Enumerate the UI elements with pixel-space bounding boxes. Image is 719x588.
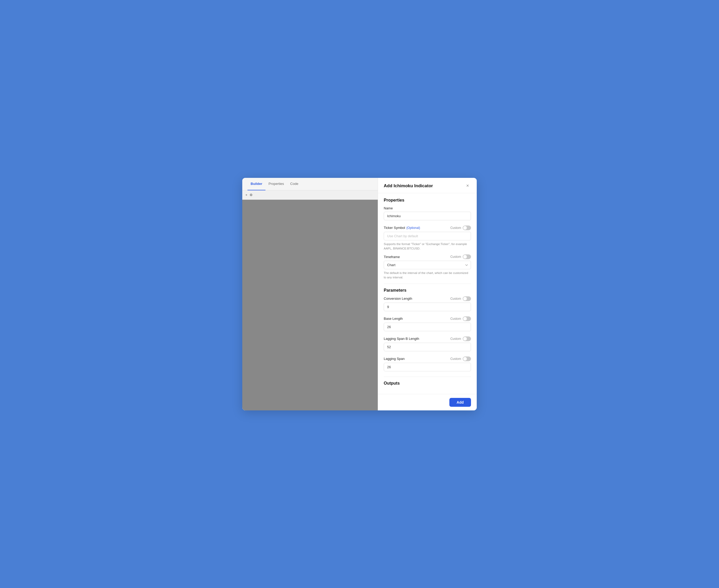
dialog-panel: Add Ichimoku Indicator × Properties Name… [378,178,477,411]
base-length-row: Base Length Custom [384,316,471,321]
ticker-symbol-input[interactable] [384,232,471,240]
name-field-row: Name [384,206,471,210]
base-length-input[interactable] [384,323,471,331]
timeframe-field-group: Timeframe Custom Chart 1m 5m 15m 1h 4h 1… [384,254,471,280]
timeframe-custom-text: Custom [450,255,461,258]
lagging-span-input[interactable] [384,363,471,371]
close-button[interactable]: × [464,183,471,189]
ticker-custom-toggle-row: Custom [450,226,471,230]
timeframe-custom-toggle-row: Custom [450,254,471,259]
base-length-label: Base Length [384,317,403,320]
lagging-span-b-custom-text: Custom [450,337,461,341]
lagging-span-custom-text: Custom [450,357,461,361]
ticker-symbol-field-group: Ticker Symbol(Optional) Custom Supports … [384,226,471,251]
outputs-section-title: Outputs [384,381,471,386]
ticker-custom-text: Custom [450,226,461,230]
conversion-length-input[interactable] [384,302,471,311]
ticker-hint: Supports the format "Ticker" or "Exchang… [384,242,471,251]
left-tabs-bar: Builder Properties Code [242,178,378,190]
name-label: Name [384,206,393,210]
base-length-custom-text: Custom [450,317,461,320]
ticker-symbol-field-row: Ticker Symbol(Optional) Custom [384,226,471,230]
dialog-footer: Add [378,394,477,411]
conversion-length-field-group: Conversion Length Custom [384,296,471,313]
ticker-custom-toggle[interactable] [463,226,471,230]
conversion-length-row: Conversion Length Custom [384,296,471,301]
filter-icon[interactable]: ⚙ [250,193,253,197]
base-length-field-group: Base Length Custom [384,316,471,333]
conversion-custom-toggle[interactable] [463,296,471,301]
lagging-span-b-row: Lagging Span B Length Custom [384,336,471,341]
ticker-symbol-label: Ticker Symbol(Optional) [384,226,420,230]
lagging-span-custom-toggle-row: Custom [450,357,471,361]
dialog-header: Add Ichimoku Indicator × [378,178,477,193]
base-length-custom-toggle[interactable] [463,316,471,321]
conversion-length-label: Conversion Length [384,297,412,300]
timeframe-label: Timeframe [384,255,400,259]
name-input[interactable] [384,212,471,220]
lagging-span-label: Lagging Span [384,357,405,361]
properties-section-title: Properties [384,198,471,203]
dialog-title: Add Ichimoku Indicator [384,183,433,189]
tab-code[interactable]: Code [287,178,302,190]
conversion-custom-toggle-row: Custom [450,296,471,301]
left-content-area [242,200,378,411]
left-toolbar: + ⚙ [242,190,378,200]
name-field-group: Name [384,206,471,222]
tab-properties[interactable]: Properties [265,178,287,190]
tab-builder[interactable]: Builder [247,178,265,190]
conversion-custom-text: Custom [450,297,461,300]
parameters-section-title: Parameters [384,288,471,293]
lagging-span-b-label: Lagging Span B Length [384,337,419,341]
lagging-span-b-input[interactable] [384,343,471,351]
lagging-span-row: Lagging Span Custom [384,357,471,361]
add-button[interactable]: Add [449,398,471,407]
dialog-body: Properties Name Ticker Symbol(Optional) … [378,193,477,394]
left-panel: Builder Properties Code + ⚙ [242,178,378,411]
lagging-span-custom-toggle[interactable] [463,357,471,361]
optional-label: (Optional) [406,226,420,230]
lagging-span-b-custom-toggle-row: Custom [450,336,471,341]
base-length-custom-toggle-row: Custom [450,316,471,321]
timeframe-select[interactable]: Chart 1m 5m 15m 1h 4h 1D 1W [384,261,471,269]
timeframe-custom-toggle[interactable] [463,254,471,259]
plus-icon[interactable]: + [245,193,247,197]
section-divider-1 [384,284,471,284]
lagging-span-b-field-group: Lagging Span B Length Custom [384,336,471,353]
timeframe-hint: The default is the interval of the chart… [384,271,471,280]
app-window: Builder Properties Code + ⚙ Add Ichimoku… [242,178,477,411]
lagging-span-field-group: Lagging Span Custom [384,357,471,373]
lagging-span-b-custom-toggle[interactable] [463,336,471,341]
timeframe-field-row: Timeframe Custom [384,254,471,259]
